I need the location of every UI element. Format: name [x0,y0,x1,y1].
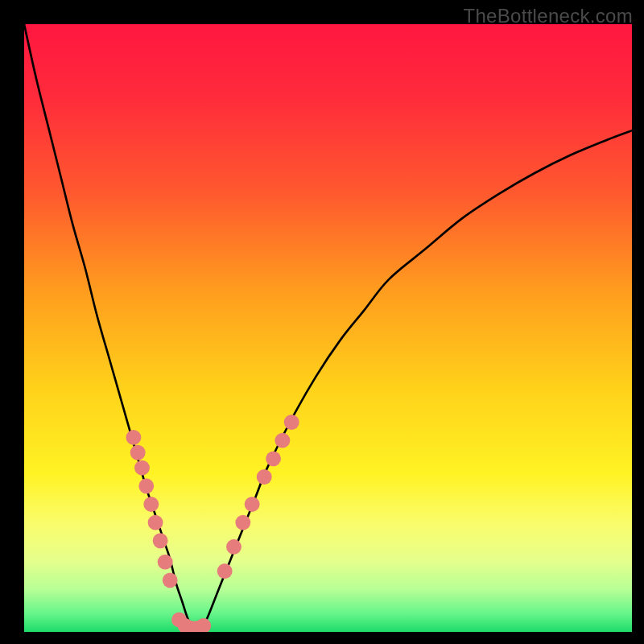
background-gradient [24,24,632,632]
chart-frame: TheBottleneck.com [0,0,644,644]
svg-rect-0 [24,24,632,632]
plot-area [24,24,632,632]
